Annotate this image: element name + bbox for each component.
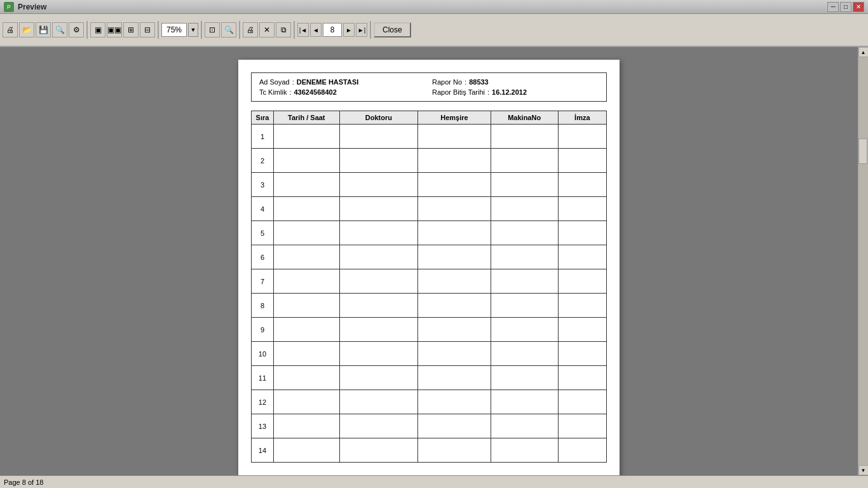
separator-4 xyxy=(239,21,240,39)
cell-doktor-11 xyxy=(339,390,417,414)
cell-sira-9: 10 xyxy=(252,342,274,366)
cell-makina-11 xyxy=(491,390,558,414)
table-row: 2 xyxy=(252,149,607,173)
copy-button[interactable]: ⧉ xyxy=(276,22,291,37)
scroll-track[interactable] xyxy=(858,57,868,465)
cell-hemsire-6 xyxy=(418,269,491,294)
cell-hemsire-0 xyxy=(418,125,491,149)
cell-doktor-12 xyxy=(339,414,417,438)
cell-hemsire-10 xyxy=(418,366,491,390)
cell-hemsire-3 xyxy=(418,197,491,221)
options-button[interactable]: ⚙ xyxy=(69,22,84,37)
cell-makina-9 xyxy=(491,342,558,366)
cell-sira-3: 4 xyxy=(252,197,274,221)
table-row: 3 xyxy=(252,173,607,197)
cell-sira-5: 6 xyxy=(252,245,274,269)
minimize-button[interactable]: ─ xyxy=(827,2,839,12)
zoom-input[interactable]: 75% xyxy=(161,23,187,37)
header-doktor: Doktoru xyxy=(339,111,417,125)
table-header-row: Sıra Tarih / Saat Doktoru Hemşire Makina… xyxy=(252,111,607,125)
app-icon: P xyxy=(4,2,14,12)
separator-5 xyxy=(294,21,295,39)
next-page-button[interactable]: ► xyxy=(343,23,355,37)
zoom-out-button[interactable]: 🔍 xyxy=(221,22,236,37)
cell-hemsire-12 xyxy=(418,414,491,438)
table-row: 11 xyxy=(252,366,607,390)
cell-imza-12 xyxy=(558,414,606,438)
separator-1 xyxy=(86,21,88,39)
zoom-dropdown[interactable]: ▼ xyxy=(188,23,198,37)
separator-3 xyxy=(201,21,202,39)
cell-tarih-5 xyxy=(273,245,339,269)
cell-doktor-13 xyxy=(339,438,417,463)
save-button[interactable]: 💾 xyxy=(36,22,51,37)
patient-id-row: Tc Kimlik : 43624568402 xyxy=(259,88,426,96)
close-preview-button[interactable]: Close xyxy=(374,22,411,37)
cell-doktor-1 xyxy=(339,149,417,173)
scroll-thumb[interactable] xyxy=(858,139,867,164)
cell-makina-3 xyxy=(491,197,558,221)
close-window-button[interactable]: ✕ xyxy=(853,2,864,12)
cell-sira-4: 5 xyxy=(252,221,274,245)
cell-doktor-3 xyxy=(339,197,417,221)
cell-sira-13: 14 xyxy=(252,438,274,463)
header-makina: MakinaNo xyxy=(491,111,558,125)
cell-sira-2: 3 xyxy=(252,173,274,197)
cell-tarih-6 xyxy=(273,269,339,294)
cell-imza-2 xyxy=(558,173,606,197)
content-area[interactable]: Ad Soyad : DENEME HASTASI Rapor No : 885… xyxy=(0,47,858,475)
open-button[interactable]: 📂 xyxy=(19,22,34,37)
right-scrollbar: ▲ ▼ xyxy=(858,47,868,475)
report-no-row: Rapor No : 88533 xyxy=(432,78,599,86)
cancel-button[interactable]: ✕ xyxy=(259,22,275,37)
page-number-input[interactable]: 8 xyxy=(323,23,342,37)
prev-page-button[interactable]: ◄ xyxy=(310,23,322,37)
cell-tarih-3 xyxy=(273,197,339,221)
cell-sira-12: 13 xyxy=(252,414,274,438)
header-hemsire: Hemşire xyxy=(418,111,491,125)
table-row: 12 xyxy=(252,390,607,414)
report-no-label: Rapor No xyxy=(432,78,462,86)
fit-button[interactable]: ⊡ xyxy=(205,22,220,37)
table-button[interactable]: ⊟ xyxy=(140,22,155,37)
cell-makina-7 xyxy=(491,294,558,318)
cell-makina-10 xyxy=(491,366,558,390)
cell-imza-3 xyxy=(558,197,606,221)
cell-tarih-7 xyxy=(273,294,339,318)
header-imza: İmza xyxy=(558,111,606,125)
cell-hemsire-8 xyxy=(418,318,491,342)
maximize-button[interactable]: □ xyxy=(840,2,851,12)
print2-button[interactable]: 🖨 xyxy=(243,22,258,37)
title-bar: P Preview ─ □ ✕ xyxy=(0,0,868,14)
name-label: Ad Soyad xyxy=(259,78,290,86)
search-button[interactable]: 🔍 xyxy=(52,22,67,37)
patient-info-box: Ad Soyad : DENEME HASTASI Rapor No : 885… xyxy=(251,72,607,102)
cell-doktor-5 xyxy=(339,245,417,269)
cell-makina-0 xyxy=(491,125,558,149)
grid-button[interactable]: ⊞ xyxy=(123,22,139,37)
cell-sira-7: 8 xyxy=(252,294,274,318)
scroll-up-arrow[interactable]: ▲ xyxy=(858,47,869,57)
first-page-button[interactable]: |◄ xyxy=(297,23,309,37)
cell-makina-8 xyxy=(491,318,558,342)
cell-imza-13 xyxy=(558,438,606,463)
report-no-separator: : xyxy=(465,78,466,86)
cell-doktor-0 xyxy=(339,125,417,149)
cell-makina-13 xyxy=(491,438,558,463)
cell-sira-8: 9 xyxy=(252,318,274,342)
patient-name-row: Ad Soyad : DENEME HASTASI xyxy=(259,78,426,86)
table-row: 13 xyxy=(252,414,607,438)
cell-imza-6 xyxy=(558,269,606,294)
cell-doktor-9 xyxy=(339,342,417,366)
cell-imza-8 xyxy=(558,318,606,342)
table-row: 9 xyxy=(252,318,607,342)
two-page-button[interactable]: ▣▣ xyxy=(107,22,122,37)
cell-imza-0 xyxy=(558,125,606,149)
name-value: DENEME HASTASI xyxy=(297,78,359,86)
scroll-down-arrow[interactable]: ▼ xyxy=(858,465,869,475)
cell-sira-10: 11 xyxy=(252,366,274,390)
cell-tarih-9 xyxy=(273,342,339,366)
last-page-button[interactable]: ►| xyxy=(356,23,367,37)
single-page-button[interactable]: ▣ xyxy=(90,22,105,37)
print-button[interactable]: 🖨 xyxy=(3,22,18,37)
